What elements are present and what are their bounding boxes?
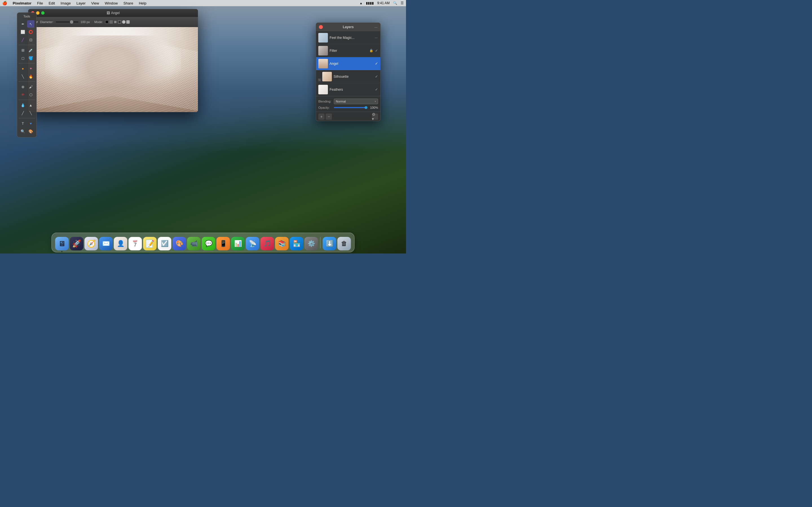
dock-app-pixelmator[interactable]: 🎨 [172, 237, 186, 250]
dock-app-appstore[interactable]: 🏪 [290, 237, 303, 250]
dock-app-books[interactable]: 📚 [275, 237, 289, 250]
mode-icon-3[interactable] [114, 20, 117, 24]
tool-divider-4 [18, 100, 35, 100]
tool-heart[interactable]: ♥ [27, 120, 35, 127]
layer-thumb-feathers [318, 85, 328, 94]
mode-icon-5[interactable] [122, 20, 125, 24]
menubar-window[interactable]: Window [102, 0, 120, 6]
tool-flame[interactable]: 🔥 [27, 73, 35, 80]
menubar-edit[interactable]: Edit [46, 0, 57, 6]
menubar-layer[interactable]: Layer [74, 0, 88, 6]
tool-healing[interactable]: ╲ [27, 109, 35, 117]
layer-expand-feel[interactable]: — [375, 36, 377, 39]
tool-divider-3 [18, 81, 35, 82]
layer-item-feel[interactable]: Feel the Magic... — [316, 31, 380, 44]
tool-paint-bucket[interactable]: 🪣 [27, 54, 35, 62]
layer-check-silhouette[interactable]: ✓ [375, 74, 378, 78]
opacity-thumb [364, 106, 367, 109]
blending-label: Blending: [318, 100, 334, 103]
tool-magic-paint[interactable]: ✦ [27, 65, 35, 72]
dock-app-numbers[interactable]: 📊 [231, 237, 245, 250]
layer-name-feel: Feel the Magic... [329, 36, 378, 40]
tool-smudge[interactable]: 🖌 [27, 83, 35, 91]
tool-eye-icon[interactable]: 👁 [19, 91, 27, 98]
dock-app-calendar[interactable]: SEP 7 [129, 237, 142, 250]
mode-icon-6[interactable] [126, 20, 130, 24]
tool-color-picker[interactable]: 🎨 [27, 128, 35, 135]
dock-app-notes[interactable]: 📝 [143, 237, 157, 250]
tool-ellipse-select[interactable]: ⭕ [27, 28, 35, 36]
mode-icon-2[interactable] [109, 20, 113, 24]
layer-item-angel[interactable]: Angel ✓ [316, 57, 380, 70]
layer-thumb-silhouette [322, 72, 332, 81]
layers-close-button[interactable] [319, 25, 323, 29]
dock-app-finder[interactable]: 🖥 [55, 237, 69, 250]
tool-quick-selection[interactable]: ⬡ [27, 91, 35, 98]
blending-select[interactable]: Normal ▾ [334, 99, 378, 104]
mode-icon-4[interactable] [118, 20, 121, 24]
dock-app-iphonebackup[interactable]: 📱 [216, 237, 230, 250]
menubar-file[interactable]: File [35, 0, 45, 6]
menubar-help[interactable]: Help [137, 0, 149, 6]
tools-panel: Tools ✒ ↖ ⬜ ⭕ ╱ ⊡ ⊞ 💉 ◻ 🪣 ● ✦ ╲ 🔥 ⊕ 🖌 👁 [17, 12, 37, 137]
tool-zoom[interactable]: 🔍 [19, 128, 27, 135]
dock-app-music[interactable]: 🎵 [260, 237, 274, 250]
layer-thumb-feel [318, 33, 328, 43]
layer-check-angel[interactable]: ✓ [375, 61, 378, 66]
tool-gradient[interactable]: ● [19, 65, 27, 72]
menubar-view[interactable]: View [89, 0, 101, 6]
layer-lock-filter: 🔒 [369, 49, 373, 52]
layer-options-button[interactable]: ⚙ ▾ [372, 114, 378, 120]
search-icon[interactable]: 🔍 [393, 1, 397, 5]
dock-app-launchpad[interactable]: 🚀 [70, 237, 84, 250]
tool-select[interactable]: ↖ [27, 20, 35, 27]
tool-pencil[interactable]: ╱ [19, 109, 27, 117]
diameter-value[interactable]: 100 px [81, 20, 90, 24]
dock-app-contacts[interactable]: 👤 [114, 237, 128, 250]
layer-item-feathers[interactable]: Feathers ✓ [316, 83, 380, 96]
layer-check-filter[interactable]: ✓ [375, 48, 378, 53]
window-maximize[interactable] [41, 11, 45, 15]
tool-eraser[interactable]: ◻ [19, 54, 27, 62]
dock-app-mail[interactable]: ✉️ [99, 237, 113, 250]
layers-title: Layers [319, 25, 377, 29]
dock-app-systemprefs[interactable]: ⚙️ [305, 237, 318, 250]
layers-expand-button[interactable]: — [374, 25, 377, 29]
apple-menu[interactable]: 🍎 [2, 1, 7, 5]
diameter-slider[interactable] [56, 21, 79, 22]
tool-pen[interactable]: ✒ [19, 20, 27, 27]
opacity-slider[interactable] [334, 107, 367, 108]
layer-item-filter[interactable]: Filter 🔒 ✓ [316, 44, 380, 57]
dock-app-airdrop[interactable]: 📡 [246, 237, 259, 250]
tool-crop[interactable]: ⊡ [27, 36, 35, 43]
tool-stamp[interactable]: ⊕ [19, 83, 27, 91]
tool-brush[interactable]: ╱ [19, 36, 27, 43]
menubar-app-name[interactable]: Pixelmator [10, 0, 34, 6]
tool-eyedropper[interactable]: 💉 [27, 47, 35, 54]
layer-check-feathers[interactable]: ✓ [375, 87, 378, 92]
add-layer-button[interactable]: + [318, 114, 324, 120]
menubar-share[interactable]: Share [121, 0, 136, 6]
tool-text[interactable]: T [19, 120, 27, 127]
dock-app-messages[interactable]: 💬 [202, 237, 215, 250]
tools-title: Tools [23, 15, 30, 18]
dock-app-safari[interactable]: 🧭 [85, 237, 98, 250]
window-titlebar: 🖼 Angel [28, 9, 198, 17]
diameter-slider-thumb [70, 20, 73, 24]
tool-rect-select[interactable]: ⬜ [19, 28, 27, 36]
tool-transform[interactable]: ⊞ [19, 47, 27, 54]
dock-app-airdropdl[interactable]: ⬇️ [323, 237, 336, 250]
blend-chevron-icon: ▾ [375, 100, 376, 103]
notification-icon[interactable]: ☰ [401, 1, 404, 5]
tool-blur[interactable]: 💧 [19, 101, 27, 109]
dock-app-facetime[interactable]: 📹 [187, 237, 201, 250]
dock-app-trash[interactable]: 🗑 [338, 237, 351, 250]
mode-icon-1[interactable] [105, 20, 109, 24]
layer-item-silhouette[interactable]: fx Silhouette ✓ [316, 70, 380, 83]
tool-shape[interactable]: ▲ [27, 101, 35, 109]
canvas-area[interactable] [28, 27, 198, 112]
tool-line[interactable]: ╲ [19, 73, 27, 80]
menubar-image[interactable]: Image [58, 0, 73, 6]
delete-layer-button[interactable]: − [326, 114, 332, 120]
dock-app-reminders[interactable]: ☑️ [158, 237, 171, 250]
